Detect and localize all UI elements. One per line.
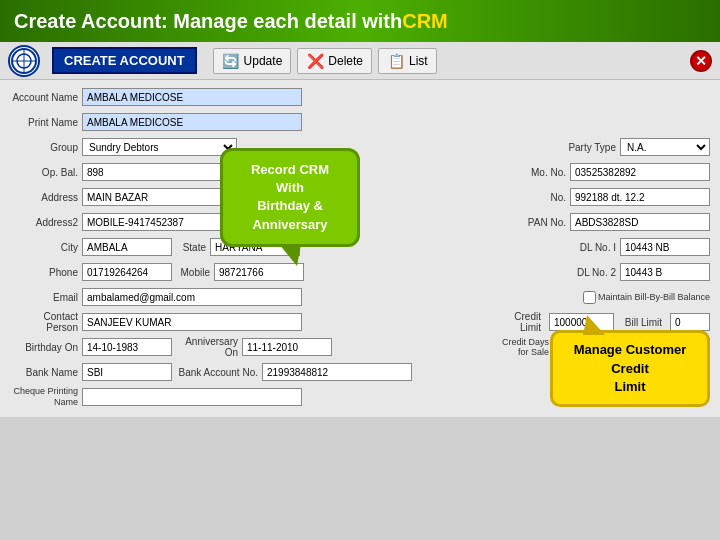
header-bar: Create Account: Manage each detail with … (0, 0, 720, 42)
city-row: City State DL No. I (10, 236, 710, 258)
form-body: Account Name Print Name Group Sundry Deb… (0, 80, 720, 417)
phone-label: Phone (10, 267, 82, 278)
contact-label: Contact Person (10, 311, 82, 333)
crm-balloon: Record CRM With Birthday & Anniversary (220, 148, 360, 247)
state-label: State (172, 242, 210, 253)
opbal-input[interactable] (82, 163, 232, 181)
account-name-input[interactable] (82, 88, 302, 106)
address2-input[interactable] (82, 213, 232, 231)
print-name-row: Print Name (10, 111, 710, 133)
address-label: Address (10, 192, 82, 203)
group-label: Group (10, 142, 82, 153)
email-label: Email (10, 292, 82, 303)
bank-name-input[interactable] (82, 363, 172, 381)
maintain-checkbox[interactable] (583, 291, 596, 304)
email-input[interactable] (82, 288, 302, 306)
anniversary-input[interactable] (242, 338, 332, 356)
address-input[interactable] (82, 188, 232, 206)
phone-input[interactable] (82, 263, 172, 281)
group-row: Group Sundry Debtors Party Type N.A. (10, 136, 710, 158)
list-icon: 📋 (387, 52, 405, 70)
account-name-row: Account Name (10, 86, 710, 108)
address-no-label: No. (510, 192, 570, 203)
delete-icon: ❌ (306, 52, 324, 70)
cheque-printing-label: Cheque Printing Name (10, 386, 82, 408)
header-crm: CRM (402, 10, 448, 33)
logo (8, 45, 40, 77)
pan-input[interactable] (570, 213, 710, 231)
cheque-printing-input[interactable] (82, 388, 302, 406)
dl-no2-input[interactable] (620, 263, 710, 281)
birthday-label: Birthday On (10, 342, 82, 353)
form-title: CREATE ACCOUNT (52, 47, 197, 74)
credit-days-sale-label: Credit Days for Sale (493, 337, 553, 357)
group-select[interactable]: Sundry Debtors (82, 138, 237, 156)
bank-name-label: Bank Name (10, 367, 82, 378)
credit-limit-balloon: Manage Customer Credit Limit (550, 330, 710, 407)
mobile-label: Mobile (172, 267, 214, 278)
update-button[interactable]: 🔄 Update (213, 48, 292, 74)
bank-account-label: Bank Account No. (172, 367, 262, 378)
opbal-row: Op. Bal. Dr Dr Mo. No. (10, 161, 710, 183)
address2-row: Address2 PAN No. (10, 211, 710, 233)
email-row: Email Maintain Bill-By-Bill Balance (10, 286, 710, 308)
dl-no1-label: DL No. I (560, 242, 620, 253)
birthday-input[interactable] (82, 338, 172, 356)
dl-no1-input[interactable] (620, 238, 710, 256)
city-input[interactable] (82, 238, 172, 256)
anniversary-label: Anniversary On (172, 336, 242, 358)
mobile-no-label: Mo. No. (510, 167, 570, 178)
dl-no2-label: DL No. 2 (560, 267, 620, 278)
close-button[interactable]: ✕ (690, 50, 712, 72)
party-type-label: Party Type (560, 142, 620, 153)
bank-account-input[interactable] (262, 363, 412, 381)
party-type-select[interactable]: N.A. (620, 138, 710, 156)
opbal-label: Op. Bal. (10, 167, 82, 178)
mobile-no-input[interactable] (570, 163, 710, 181)
header-title: Create Account: Manage each detail with (14, 10, 402, 33)
phone-row: Phone Mobile DL No. 2 (10, 261, 710, 283)
form-toolbar: CREATE ACCOUNT 🔄 Update ❌ Delete 📋 List … (0, 42, 720, 80)
address2-label: Address2 (10, 217, 82, 228)
contact-input[interactable] (82, 313, 302, 331)
print-name-input[interactable] (82, 113, 302, 131)
bill-limit-label: Bill Limit (618, 317, 666, 328)
account-name-label: Account Name (10, 92, 82, 103)
list-button[interactable]: 📋 List (378, 48, 437, 74)
credit-limit-label: Credit Limit (493, 311, 545, 333)
print-name-label: Print Name (10, 117, 82, 128)
pan-label: PAN No. (510, 217, 570, 228)
delete-button[interactable]: ❌ Delete (297, 48, 372, 74)
city-label: City (10, 242, 82, 253)
form-container: CREATE ACCOUNT 🔄 Update ❌ Delete 📋 List … (0, 42, 720, 417)
maintain-label: Maintain Bill-By-Bill Balance (583, 291, 710, 304)
bill-limit-input[interactable] (670, 313, 710, 331)
address-no-input[interactable] (570, 188, 710, 206)
address-row: Address No. (10, 186, 710, 208)
update-icon: 🔄 (222, 52, 240, 70)
